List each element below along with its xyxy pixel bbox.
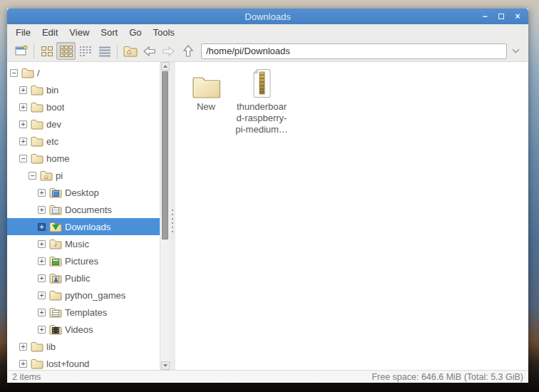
desktop-folder-icon <box>49 187 62 198</box>
folder-icon <box>31 102 43 113</box>
folder-icon <box>31 359 43 369</box>
window-controls: − × <box>480 9 523 24</box>
tree-item-lib[interactable]: + lib <box>7 338 160 355</box>
templates-folder-icon <box>49 307 62 318</box>
menu-bar: File Edit View Sort Go Tools <box>7 24 528 41</box>
detailed-view-button[interactable] <box>95 42 114 60</box>
new-window-icon <box>15 45 28 57</box>
menu-sort[interactable]: Sort <box>95 24 123 41</box>
collapse-icon[interactable]: − <box>10 69 18 77</box>
path-dropdown-button[interactable] <box>507 43 524 60</box>
titlebar[interactable]: Downloads − × <box>7 9 528 24</box>
home-button[interactable]: ⌂ <box>120 42 140 60</box>
items-count: 2 items <box>12 372 41 382</box>
new-window-button[interactable] <box>11 42 31 60</box>
expand-icon[interactable]: + <box>38 309 46 316</box>
collapse-icon[interactable]: − <box>19 155 27 163</box>
tree-item-dev[interactable]: + dev <box>7 115 160 133</box>
compact-view-button[interactable] <box>76 42 95 60</box>
expand-icon[interactable]: + <box>38 240 46 248</box>
scrollbar-thumb[interactable] <box>162 71 168 239</box>
tree-item-label: etc <box>46 136 58 147</box>
forward-button[interactable] <box>159 42 178 60</box>
window-title: Downloads <box>245 11 290 22</box>
expand-icon[interactable]: + <box>38 223 46 231</box>
tree-item-bin[interactable]: + bin <box>7 81 160 98</box>
back-button[interactable] <box>140 42 159 60</box>
expand-icon[interactable]: + <box>19 120 27 128</box>
tree-item-label: Templates <box>65 307 107 318</box>
tree-item-desktop[interactable]: + Desktop <box>7 184 160 201</box>
tree-item-music[interactable]: + ♪ Music <box>7 235 160 252</box>
chevron-down-icon <box>512 46 519 53</box>
expand-icon[interactable]: + <box>19 360 27 368</box>
tree-item-templates[interactable]: + Templates <box>7 304 160 321</box>
tree-item-pi[interactable]: − ⌂ pi <box>7 167 160 184</box>
folder-icon <box>49 290 62 301</box>
file-item-label: thunderboar d-raspberry- pi-medium… <box>235 101 288 135</box>
forward-arrow-icon <box>162 45 175 58</box>
folder-icon <box>31 85 43 96</box>
folder-icon <box>31 341 43 352</box>
menu-file[interactable]: File <box>10 24 36 41</box>
expand-icon[interactable]: + <box>19 138 27 145</box>
tree-item-lost-found[interactable]: + lost+found <box>7 355 160 370</box>
menu-view[interactable]: View <box>63 24 95 41</box>
thumbnail-view-icon <box>60 46 73 57</box>
tree-item-etc[interactable]: + etc <box>7 133 160 150</box>
menu-go[interactable]: Go <box>123 24 147 41</box>
scroll-down-icon[interactable] <box>161 361 170 370</box>
tree-item-public[interactable]: + Public <box>7 269 160 287</box>
toolbar-separator <box>117 44 118 58</box>
expand-icon[interactable]: + <box>38 274 46 282</box>
tree-item-label: python_games <box>65 290 125 301</box>
tree-item-pictures[interactable]: + Pictures <box>7 252 160 269</box>
tree-item-label: bin <box>46 85 58 96</box>
collapse-icon[interactable]: − <box>29 172 36 180</box>
sidebar-scrollbar[interactable] <box>160 62 170 370</box>
expand-icon[interactable]: + <box>19 103 27 111</box>
folder-icon <box>31 119 43 130</box>
tree-item-label: Videos <box>65 324 93 335</box>
tree-item-label: boot <box>46 102 64 113</box>
expand-icon[interactable]: + <box>19 343 27 351</box>
tree-item-root[interactable]: − / <box>7 64 160 81</box>
up-button[interactable] <box>178 42 197 60</box>
thumbnail-view-button[interactable] <box>56 42 76 60</box>
path-input[interactable] <box>201 43 507 59</box>
file-item-label: New <box>197 101 215 113</box>
icon-view-icon <box>41 46 53 57</box>
splitter-handle-icon <box>171 208 174 232</box>
expand-icon[interactable]: + <box>38 326 46 334</box>
tree-item-boot[interactable]: + boot <box>7 98 160 115</box>
expand-icon[interactable]: + <box>38 206 46 214</box>
file-item-thunderboard[interactable]: thunderboar d-raspberry- pi-medium… <box>234 66 289 135</box>
home-folder-icon: ⌂ <box>123 46 138 57</box>
pane-splitter[interactable] <box>170 62 175 370</box>
menu-tools[interactable]: Tools <box>148 24 180 41</box>
folder-icon <box>31 153 43 164</box>
content-area: − / + bin + boot + dev <box>7 62 528 370</box>
detailed-view-icon <box>98 46 111 57</box>
free-space: Free space: 646.6 MiB (Total: 5.3 GiB) <box>371 372 523 382</box>
tree-item-downloads[interactable]: + Downloads <box>7 218 160 235</box>
expand-icon[interactable]: + <box>38 189 46 197</box>
maximize-icon[interactable] <box>496 11 506 21</box>
tree-item-label: Public <box>65 273 90 284</box>
file-view[interactable]: New <box>175 62 528 370</box>
expand-icon[interactable]: + <box>19 86 27 94</box>
minimize-icon[interactable]: − <box>480 11 490 21</box>
file-item-new[interactable]: New <box>178 66 234 113</box>
expand-icon[interactable]: + <box>38 292 46 299</box>
tree-item-videos[interactable]: + Videos <box>7 321 160 338</box>
folder-icon <box>192 67 220 98</box>
close-icon[interactable]: × <box>513 11 523 21</box>
tree-item-home[interactable]: − home <box>7 150 160 167</box>
tree-item-documents[interactable]: + Documents <box>7 201 160 218</box>
menu-edit[interactable]: Edit <box>36 24 63 41</box>
desktop-wallpaper: Downloads − × File Edit View Sort Go Too… <box>0 0 539 392</box>
expand-icon[interactable]: + <box>38 257 46 265</box>
scroll-up-icon[interactable] <box>161 62 170 71</box>
icon-view-button[interactable] <box>37 42 56 60</box>
tree-item-python-games[interactable]: + python_games <box>7 287 160 304</box>
